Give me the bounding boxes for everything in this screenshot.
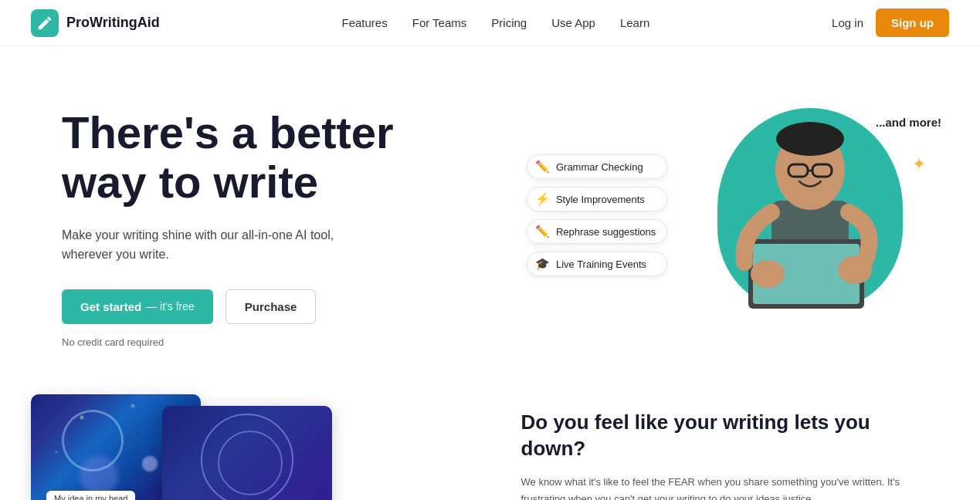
- lower-left: My idea in my head: [31, 394, 475, 500]
- blue-art: [162, 406, 332, 500]
- style-icon: ⚡: [535, 192, 550, 206]
- badge-style: ⚡ Style Improvements: [527, 187, 667, 211]
- grammar-icon: ✏️: [535, 160, 550, 174]
- hero-right: ...and more! ✦: [550, 93, 949, 340]
- feature-badges: ✏️ Grammar Checking ⚡ Style Improvements…: [527, 154, 667, 276]
- login-link[interactable]: Log in: [832, 16, 863, 29]
- navbar: ProWritingAid Features For Teams Pricing…: [0, 0, 980, 46]
- training-icon: 🎓: [535, 257, 550, 271]
- hero-title: There's a better way to write: [62, 108, 550, 207]
- signup-button[interactable]: Sign up: [876, 8, 949, 37]
- hero-section: There's a better way to write Make your …: [0, 46, 980, 379]
- lower-section: My idea in my head Do you feel like your…: [0, 379, 980, 500]
- person-image: [710, 93, 910, 332]
- nav-links: Features For Teams Pricing Use App Learn: [342, 16, 650, 30]
- svg-point-8: [751, 260, 785, 288]
- logo-text: ProWritingAid: [66, 15, 160, 31]
- nav-actions: Log in Sign up: [832, 8, 949, 37]
- hero-buttons: Get started — it's free Purchase: [62, 289, 550, 324]
- badge-rephrase: ✏️ Rephrase suggestions: [527, 219, 667, 244]
- lower-section-title: Do you feel like your writing lets you d…: [521, 410, 921, 462]
- badge-grammar: ✏️ Grammar Checking: [527, 154, 667, 179]
- nav-pricing[interactable]: Pricing: [491, 16, 527, 29]
- nav-features[interactable]: Features: [342, 16, 388, 29]
- no-card-text: No credit card required: [62, 336, 550, 348]
- svg-point-9: [838, 256, 872, 284]
- get-started-button[interactable]: Get started — it's free: [62, 289, 213, 324]
- idea-tooltip: My idea in my head: [46, 491, 135, 500]
- hero-left: There's a better way to write Make your …: [62, 93, 550, 348]
- spiral-art: [201, 414, 293, 500]
- person-area: [702, 93, 918, 332]
- nav-for-teams[interactable]: For Teams: [412, 16, 467, 29]
- logo-icon: [31, 9, 59, 37]
- hero-illustration: ...and more! ✦: [550, 93, 949, 340]
- starry-swirl: [53, 401, 133, 481]
- logo-link[interactable]: ProWritingAid: [31, 9, 160, 37]
- lower-section-text: We know what it's like to feel the FEAR …: [521, 474, 921, 500]
- badge-training: 🎓 Live Training Events: [527, 252, 667, 276]
- screenshot-blue: [162, 406, 332, 500]
- nav-use-app[interactable]: Use App: [551, 16, 595, 29]
- hero-subtitle: Make your writing shine with our all-in-…: [62, 225, 386, 265]
- rephrase-icon: ✏️: [535, 225, 550, 238]
- svg-point-7: [776, 122, 844, 156]
- nav-learn[interactable]: Learn: [620, 16, 649, 29]
- purchase-button[interactable]: Purchase: [226, 289, 317, 324]
- app-screenshots: My idea in my head: [31, 394, 324, 500]
- lower-right: Do you feel like your writing lets you d…: [521, 394, 921, 500]
